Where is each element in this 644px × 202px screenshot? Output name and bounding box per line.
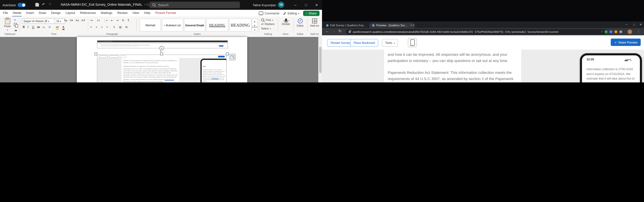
underline-icon[interactable]: U [32, 25, 34, 28]
close-button[interactable]: ✕ [311, 0, 322, 10]
show-paragraph-marks-icon[interactable]: ¶ [128, 19, 129, 22]
extension-icon-1[interactable] [604, 30, 608, 33]
align-left-icon[interactable]: ≡ [90, 26, 92, 28]
clear-formatting-icon[interactable]: A✗ [81, 19, 85, 22]
subscript-icon[interactable]: x₂ [43, 26, 45, 28]
back-icon[interactable]: ← [325, 29, 329, 33]
superscript-icon[interactable]: x² [48, 26, 51, 28]
reload-icon[interactable]: ↻ [338, 29, 342, 33]
document-canvas[interactable]: and how it can be improved. All response… [0, 37, 322, 82]
ribbon-tab-file[interactable]: File [2, 9, 8, 17]
save-icon[interactable] [36, 3, 39, 6]
multilevel-list-icon[interactable]: ⋮≡ [104, 19, 108, 22]
chrome-maximize-button[interactable]: □ [633, 23, 635, 26]
resize-handle-top-center[interactable] [160, 52, 163, 55]
redo-icon[interactable]: ↷ [48, 3, 52, 6]
align-center-icon[interactable]: ≡ [96, 26, 97, 28]
forward-icon[interactable]: → [332, 29, 336, 33]
replace-button[interactable]: ⇄ Replace [261, 23, 274, 26]
resize-handle-top-left[interactable] [94, 52, 97, 55]
share-button[interactable]: ↑ Share [303, 11, 320, 16]
comments-button[interactable]: Comments [259, 11, 280, 15]
editing-mode-button[interactable]: Editing ▾ [283, 11, 299, 15]
tools-dropdown[interactable]: Tools ▾ [382, 39, 398, 47]
profile-avatar[interactable] [628, 29, 632, 34]
ribbon-tab-design[interactable]: Design [51, 9, 61, 17]
shading-icon[interactable]: ▨ [119, 26, 122, 28]
menu-kebab-icon[interactable]: ⋮ [636, 29, 640, 33]
maximize-button[interactable]: □ [301, 0, 312, 10]
style-heading-2[interactable]: HEADING [229, 18, 252, 31]
titlebar-search-box[interactable]: Search [150, 2, 240, 8]
ribbon-tab-home[interactable]: Home [12, 9, 22, 17]
autosave-toggle[interactable] [18, 3, 26, 7]
font-name-select[interactable]: Segoe UI Historic (B ▾ [22, 18, 57, 24]
document-page[interactable]: and how it can be improved. All response… [77, 37, 247, 82]
shrink-font-icon[interactable]: A▾ [70, 19, 73, 22]
share-preview-button[interactable]: ↗ Share Preview [611, 38, 641, 46]
styles-gallery-more-button[interactable]: ▾ [252, 27, 258, 32]
dictate-button[interactable]: Dictate [280, 18, 292, 26]
chrome-minimize-button[interactable]: ─ [626, 23, 628, 26]
mobile-view-toggle[interactable] [408, 38, 417, 47]
ribbon-tab-help[interactable]: Help [144, 9, 151, 17]
add-ins-button[interactable]: Add-ins [309, 18, 320, 27]
ribbon-tab-mailings[interactable]: Mailings [100, 9, 113, 17]
ribbon-tab-picture-format[interactable]: Picture Format [155, 9, 176, 17]
selected-image[interactable]: and how it can be improved. All response… [97, 55, 227, 82]
select-button[interactable]: Select ▾ [261, 27, 271, 30]
ribbon-tab-draw[interactable]: Draw [38, 9, 46, 17]
extension-icon-3[interactable] [614, 30, 617, 33]
undo-icon[interactable]: ↶ [42, 3, 45, 6]
bulleted-list-icon[interactable]: •≡ [90, 19, 93, 22]
resize-handle-top-right[interactable] [226, 52, 229, 55]
autosave-control[interactable]: AutoSave [2, 3, 26, 7]
find-button[interactable]: Find ▾ [261, 18, 273, 22]
style-general-emph[interactable]: General Emph [184, 18, 205, 31]
bold-icon[interactable]: B [23, 25, 25, 28]
decrease-indent-icon[interactable]: ⇤ [111, 19, 113, 22]
font-size-select[interactable]: 10 ▾ [55, 18, 66, 24]
ribbon-tab-insert[interactable]: Insert [26, 9, 34, 17]
increase-indent-icon[interactable]: ⇥ [116, 19, 118, 22]
chrome-tab-edit-survey[interactable]: Edit Survey | Qualtrics Experie... ✕ [324, 23, 374, 28]
chrome-close-button[interactable]: ✕ [640, 23, 642, 26]
place-bookmark-button[interactable]: Place Bookmark [350, 39, 378, 47]
rotate-handle[interactable]: ↻ [159, 46, 164, 50]
highlight-color-icon[interactable]: ab [56, 26, 59, 30]
style-heading-1[interactable]: HEADING [206, 18, 228, 31]
line-spacing-icon[interactable]: ⇕ [113, 26, 115, 28]
user-avatar[interactable]: TK [278, 2, 284, 8]
extension-icon-4[interactable] [619, 30, 622, 33]
chrome-tab-preview[interactable]: Preview - Qualtrics Survey | Q... ✕ [370, 23, 415, 28]
italic-icon[interactable]: I [28, 25, 28, 28]
style-bulleted-list[interactable]: • Bulleted List [162, 18, 183, 31]
font-color-icon[interactable]: A [62, 26, 64, 30]
tab-close-icon[interactable]: ✕ [410, 24, 412, 27]
paste-button[interactable]: Paste ▾ [2, 18, 13, 32]
address-bar[interactable]: pacificresearch.qualtrics.com/jfe/previe… [346, 29, 606, 34]
style-normal[interactable]: Normal [140, 18, 161, 31]
editor-button[interactable]: Editor [295, 18, 306, 27]
minimize-button[interactable]: ─ [290, 0, 301, 10]
extension-icon-2[interactable] [610, 30, 612, 33]
restart-survey-button[interactable]: Restart Survey [327, 39, 354, 47]
ribbon-tab-references[interactable]: References [80, 9, 96, 17]
justify-icon[interactable]: ≡ [106, 26, 108, 28]
borders-icon[interactable]: ⊞ [125, 26, 128, 28]
bookmark-star-icon[interactable]: ☆ [601, 30, 603, 33]
strikethrough-icon[interactable]: ab [37, 26, 40, 28]
grow-font-icon[interactable]: A▴ [64, 19, 67, 22]
numbered-list-icon[interactable]: 1≡ [97, 19, 100, 22]
change-case-icon[interactable]: Aa [76, 19, 79, 22]
new-tab-button[interactable]: + [412, 23, 414, 27]
ribbon-tab-review[interactable]: Review [117, 9, 128, 17]
ribbon-tab-view[interactable]: View [132, 9, 140, 17]
word-scrollbar[interactable] [318, 37, 322, 82]
layout-options-button[interactable] [229, 54, 236, 60]
align-right-icon[interactable]: ≡ [101, 26, 102, 28]
ribbon-tab-layout[interactable]: Layout [65, 9, 76, 17]
cut-icon[interactable]: ✂ [14, 19, 16, 22]
sort-icon[interactable]: ⇅ [122, 19, 124, 22]
word-scrollbar-thumb[interactable] [319, 47, 322, 73]
